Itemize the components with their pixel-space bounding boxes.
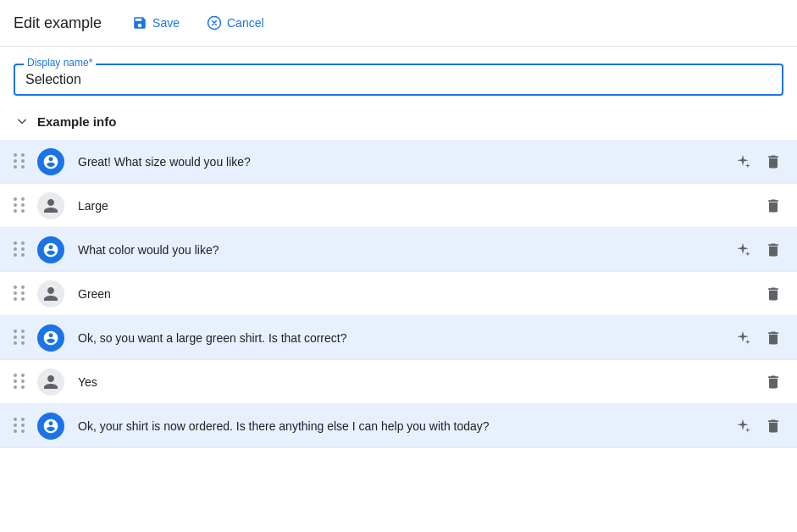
bot-avatar	[37, 413, 64, 440]
save-icon	[132, 15, 147, 30]
display-name-section: Display name*	[0, 47, 797, 103]
conversation-text: Ok, your shirt is now ordered. Is there …	[71, 409, 722, 443]
table-row: Great! What size would you like?	[0, 140, 797, 184]
row-actions	[760, 280, 787, 308]
sparkle-button[interactable]	[729, 148, 756, 175]
bot-avatar	[37, 324, 64, 352]
cancel-label: Cancel	[227, 16, 264, 30]
bot-avatar	[37, 148, 64, 175]
row-actions	[760, 369, 787, 396]
row-actions	[729, 236, 787, 263]
conversation-text: Ok, so you want a large green shirt. Is …	[71, 321, 722, 355]
save-button[interactable]: Save	[122, 10, 190, 36]
drag-handle[interactable]	[10, 414, 30, 438]
example-info-title: Example info	[37, 114, 116, 129]
display-name-label: Display name*	[24, 57, 96, 69]
conversation-text: Yes	[71, 365, 753, 399]
delete-button[interactable]	[760, 369, 787, 396]
drag-handle[interactable]	[10, 238, 30, 262]
sparkle-button[interactable]	[729, 236, 756, 263]
table-row: Yes	[0, 360, 797, 404]
sparkle-button[interactable]	[729, 324, 756, 352]
example-info-header[interactable]: Example info	[0, 103, 797, 140]
user-avatar	[37, 369, 64, 396]
delete-button[interactable]	[760, 148, 787, 175]
delete-button[interactable]	[760, 324, 787, 352]
conversation-text: Great! What size would you like?	[71, 145, 722, 179]
header-actions: Save Cancel	[122, 10, 274, 36]
conversation-text: Large	[71, 189, 753, 223]
cancel-button[interactable]: Cancel	[196, 10, 274, 36]
drag-handle[interactable]	[10, 194, 30, 218]
user-avatar	[37, 192, 64, 219]
table-row: Large	[0, 184, 797, 228]
delete-button[interactable]	[760, 236, 787, 263]
save-label: Save	[152, 16, 180, 30]
row-actions	[729, 324, 787, 352]
table-row: Ok, so you want a large green shirt. Is …	[0, 316, 797, 360]
table-row: Ok, your shirt is now ordered. Is there …	[0, 404, 797, 448]
header: Edit example Save Cancel	[0, 0, 797, 47]
drag-handle[interactable]	[10, 150, 30, 174]
chevron-down-icon	[14, 113, 30, 130]
table-row: What color would you like?	[0, 228, 797, 272]
bot-avatar	[37, 236, 64, 263]
row-actions	[729, 148, 787, 175]
drag-handle[interactable]	[10, 370, 30, 394]
conversation-list: Great! What size would you like? Large W…	[0, 140, 797, 448]
delete-button[interactable]	[760, 413, 787, 440]
drag-handle[interactable]	[10, 282, 30, 306]
display-name-input[interactable]	[25, 72, 772, 87]
row-actions	[729, 413, 787, 440]
cancel-icon	[207, 15, 222, 30]
conversation-text: Green	[71, 277, 753, 311]
delete-button[interactable]	[760, 280, 787, 308]
page-title: Edit example	[14, 14, 102, 32]
table-row: Green	[0, 272, 797, 316]
conversation-text: What color would you like?	[71, 233, 722, 267]
display-name-wrapper: Display name*	[14, 64, 783, 96]
sparkle-button[interactable]	[729, 413, 756, 440]
delete-button[interactable]	[760, 192, 787, 219]
row-actions	[760, 192, 787, 219]
drag-handle[interactable]	[10, 326, 30, 350]
user-avatar	[37, 280, 64, 308]
